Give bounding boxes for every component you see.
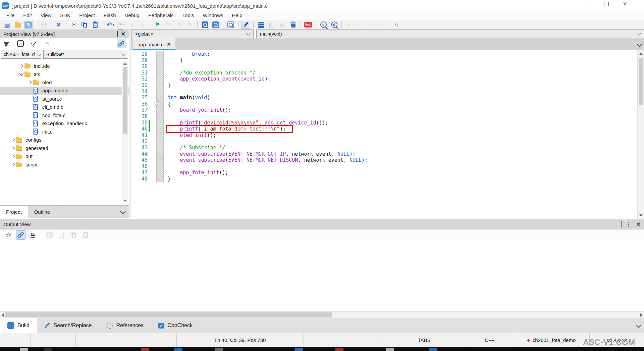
target-combo[interactable]: ch2601_fota_d <box>1 50 41 59</box>
chevron-right-icon[interactable] <box>9 138 16 141</box>
line-number[interactable]: 46 <box>131 163 148 170</box>
line-number[interactable]: 47 <box>131 169 148 176</box>
code-line-46[interactable]: 46 <box>131 163 644 170</box>
scroll-down-button[interactable] <box>638 213 644 218</box>
chevron-right-icon[interactable] <box>9 163 16 166</box>
menu-project[interactable]: Project <box>75 12 99 18</box>
line-number[interactable]: 39 <box>131 120 148 126</box>
find-in-files-button[interactable] <box>226 21 235 29</box>
line-number[interactable]: 36 <box>131 101 148 107</box>
horizontal-scrollbar[interactable] <box>0 311 644 318</box>
menu-peripherals[interactable]: Peripherals <box>144 12 178 18</box>
bookmark-clear-button[interactable]: ⚑ <box>185 21 194 29</box>
home-button[interactable]: ⌂ <box>392 21 401 29</box>
line-number[interactable]: 33 <box>131 82 148 89</box>
bookmark-toggle-button[interactable]: ⚑ <box>153 21 162 29</box>
code-editor[interactable]: 28 break;29 }3031 /*do exception process… <box>131 50 644 219</box>
code-line-43[interactable]: 43 /* Subscribe */ <box>131 145 644 151</box>
scroll-left-button[interactable] <box>0 312 5 318</box>
scroll-up-button[interactable] <box>638 51 644 56</box>
panel-tabs-chevron-icon[interactable] <box>120 209 126 214</box>
code-line-42[interactable]: 42 <box>131 138 644 145</box>
bookmark-next-button[interactable]: ⚑ <box>175 21 183 29</box>
buildset-combo[interactable]: BuildSet <box>43 50 128 59</box>
cut-button[interactable]: ✂ <box>69 21 78 29</box>
line-number[interactable]: 37 <box>131 107 148 113</box>
line-number[interactable]: 40 <box>131 126 148 132</box>
line-number[interactable]: 29 <box>131 57 148 64</box>
save-button[interactable] <box>39 21 48 29</box>
code-line-36[interactable]: 36{ <box>131 101 644 107</box>
code-line-38[interactable]: 38 <box>131 113 644 120</box>
output-content[interactable] <box>0 240 644 311</box>
code-line-34[interactable]: 34 <box>131 89 644 95</box>
tree-item-exception-handler-c[interactable]: exception_handler.c <box>0 119 129 128</box>
line-number[interactable]: 45 <box>131 157 148 163</box>
project-wizard-button[interactable] <box>30 39 38 48</box>
line-number[interactable]: 35 <box>131 95 148 101</box>
debug-continue-button[interactable]: ● <box>345 21 354 29</box>
debug-step-into-button[interactable]: ○ <box>366 21 375 29</box>
menu-tools[interactable]: Tools <box>178 12 199 18</box>
scope-combo[interactable]: <global> <box>131 30 254 38</box>
locate-file-button[interactable] <box>3 39 11 48</box>
line-number[interactable]: 38 <box>131 113 148 120</box>
tree-item-src[interactable]: src <box>0 70 129 79</box>
maximize-button[interactable] <box>604 2 609 6</box>
chevron-down-icon[interactable] <box>18 73 24 75</box>
symbol-combo[interactable]: main(void) <box>256 30 644 38</box>
tool-tabs-chevron-icon[interactable] <box>636 323 642 328</box>
code-line-37[interactable]: 37 board_yoc_init(); <box>131 107 644 113</box>
menu-windows[interactable]: Windows <box>199 12 228 18</box>
editor-scrollbar[interactable] <box>637 50 644 219</box>
close-file-button[interactable]: × <box>54 21 63 29</box>
menu-flash[interactable]: Flash <box>99 12 120 18</box>
minimize-button[interactable] <box>586 4 590 4</box>
favorite-button[interactable]: ☆ <box>4 230 13 240</box>
code-line-30[interactable]: 30 <box>131 63 644 70</box>
bookmark-prev-button[interactable]: ⚑ <box>164 21 173 29</box>
line-number[interactable]: 30 <box>131 63 148 70</box>
dropdown-caret-icon[interactable]: ▾ <box>113 23 114 27</box>
float-panel-button[interactable] <box>621 221 622 227</box>
project-home-button[interactable]: ⌂ <box>16 39 25 48</box>
debug-step-over-button[interactable]: ◗ <box>356 21 364 29</box>
chevron-right-icon[interactable] <box>9 147 16 150</box>
tool-tab-cppcheck[interactable]: ✓CppCheck <box>151 318 200 333</box>
tree-item-init-c[interactable]: init.c <box>0 128 129 136</box>
nav-back-button[interactable]: ‹ <box>127 21 136 29</box>
tree-item-out[interactable]: out <box>0 152 129 161</box>
dropdown-caret-icon[interactable]: ▾ <box>123 23 125 27</box>
scroll-right-button[interactable] <box>639 312 644 318</box>
menu-edit[interactable]: Edit <box>19 12 36 18</box>
scrollbar-thumb[interactable] <box>5 312 332 317</box>
scrollbar-thumb[interactable] <box>639 58 643 105</box>
code-line-29[interactable]: 29 } <box>131 57 644 64</box>
panel-tab-outline[interactable]: Outline <box>28 206 57 218</box>
copy-button[interactable] <box>80 21 89 29</box>
menu-sdk[interactable]: SDK <box>56 12 75 18</box>
tree-item-app-main-c[interactable]: app_main.c <box>0 87 129 95</box>
clean-build-button[interactable] <box>289 21 298 29</box>
zoom-in-debug-button[interactable]: d <box>319 21 328 29</box>
undo-button[interactable]: ↶▾ <box>106 21 115 29</box>
open-folder-button[interactable] <box>13 21 22 29</box>
find-button[interactable] <box>201 21 209 29</box>
panel-tab-project[interactable]: Project <box>0 206 28 218</box>
line-number[interactable]: 34 <box>131 89 148 95</box>
line-number[interactable]: 48 <box>131 176 148 182</box>
download-flash-button[interactable]: ↓ <box>267 21 276 29</box>
paste-button[interactable] <box>91 21 100 29</box>
tree-item-oled[interactable]: oled <box>0 78 129 87</box>
chevron-right-icon[interactable] <box>18 64 24 67</box>
tab-list-chevron-icon[interactable] <box>637 42 642 47</box>
debug-step-out-button[interactable]: ◑ <box>377 21 386 29</box>
close-button[interactable]: ✕ <box>623 1 627 7</box>
find-in-file-button[interactable] <box>211 21 220 29</box>
line-number[interactable]: 41 <box>131 132 148 139</box>
scroll-down-button[interactable] <box>122 198 128 203</box>
scrollbar-thumb[interactable] <box>123 67 127 134</box>
chevron-right-icon[interactable] <box>9 155 16 158</box>
menu-debug[interactable]: Debug <box>120 12 144 18</box>
tree-item-script[interactable]: script <box>0 160 129 169</box>
